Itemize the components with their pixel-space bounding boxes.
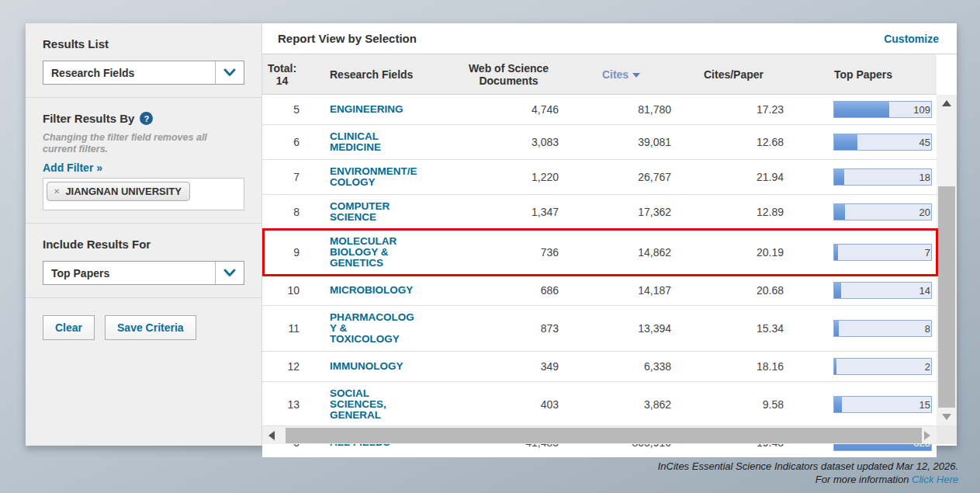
cites-value: 13,394 [638, 323, 671, 334]
wos-documents-value: 403 [541, 399, 559, 410]
table-row: 8 COMPUTER SCIENCE 1,347 17,362 12.89 20 [262, 194, 937, 229]
research-field-link[interactable]: CLINICAL MEDICINE [330, 131, 381, 153]
rank-value: 5 [293, 104, 300, 115]
wos-documents-value: 4,746 [532, 104, 559, 115]
top-papers-value: 15 [919, 397, 930, 412]
table-row: 6 CLINICAL MEDICINE 3,083 39,081 12.68 4… [262, 124, 937, 159]
top-papers-value: 7 [925, 245, 930, 260]
wos-documents-value: 3,083 [532, 137, 559, 148]
rank-value: 13 [287, 399, 300, 410]
top-papers-bar-fill [834, 321, 839, 336]
top-papers-bar: 45 [833, 134, 932, 151]
research-field-link[interactable]: IMMUNOLOGY [330, 361, 403, 372]
cites-value: 14,187 [638, 285, 671, 296]
top-papers-bar-fill [834, 204, 845, 220]
cites-per-paper-value: 12.68 [757, 137, 784, 148]
top-papers-bar: 20 [833, 203, 932, 220]
top-papers-bar: 18 [833, 168, 932, 186]
dataset-updated-text: InCites Essential Science Indicators dat… [658, 460, 958, 473]
table-row: 10 MICROBIOLOGY 686 14,187 20.68 14 [262, 275, 937, 305]
top-papers-bar: 2 [833, 358, 932, 375]
top-papers-bar: 109 [833, 101, 932, 118]
wos-documents-value: 873 [541, 323, 559, 334]
top-papers-bar-fill [834, 134, 857, 150]
scroll-up-icon[interactable] [937, 96, 957, 110]
horizontal-scrollbar-thumb[interactable] [286, 428, 922, 443]
sort-desc-icon [632, 73, 640, 78]
cites-per-paper-value: 12.89 [757, 207, 784, 217]
report-titlebar: Report View by Selection Customize [262, 23, 957, 54]
include-results-selected: Top Papers [43, 262, 215, 284]
top-papers-value: 8 [925, 321, 930, 336]
results-list-heading: Results List [43, 37, 244, 50]
chevron-down-icon [215, 262, 244, 284]
scroll-left-icon[interactable] [264, 426, 279, 445]
main-panel: Results List Research Fields Filter Resu… [26, 23, 957, 446]
top-papers-bar-fill [834, 169, 844, 185]
table-row: 9 MOLECULAR BIOLOGY & GENETICS 736 14,86… [262, 229, 937, 275]
filter-tag: ✕ JIANGNAN UNIVERSITY [47, 182, 190, 201]
total-count-header: Total:14 [262, 62, 309, 87]
report-view: Report View by Selection Customize Total… [262, 23, 957, 446]
research-field-link[interactable]: MOLECULAR BIOLOGY & GENETICS [330, 236, 397, 269]
include-results-heading: Include Results For [43, 238, 244, 251]
cites-value: 81,780 [638, 104, 671, 115]
rank-value: 11 [288, 323, 300, 334]
research-field-link[interactable]: MICROBIOLOGY [330, 285, 413, 296]
clear-button[interactable]: Clear [43, 315, 95, 340]
add-filter-link[interactable]: Add Filter » [43, 161, 102, 174]
scroll-down-icon[interactable] [937, 410, 957, 424]
table-row: 5 ENGINEERING 4,746 81,780 17.23 109 [262, 95, 937, 124]
research-field-link[interactable]: SOCIAL SCIENCES, GENERAL [330, 388, 386, 421]
column-header-cites[interactable]: Cites [565, 68, 677, 81]
include-results-dropdown[interactable]: Top Papers [43, 261, 244, 285]
results-list-dropdown[interactable]: Research Fields [43, 61, 244, 85]
cites-value: 17,362 [638, 207, 671, 217]
cites-per-paper-value: 9.58 [763, 399, 784, 410]
top-papers-bar-fill [834, 283, 841, 298]
research-field-link[interactable]: ENVIRONMENT/E COLOGY [330, 166, 417, 188]
rank-value: 7 [293, 172, 300, 182]
help-icon[interactable]: ? [140, 112, 153, 125]
cites-value: 6,338 [644, 361, 671, 372]
top-papers-bar: 8 [833, 320, 932, 337]
column-header-research-fields: Research Fields [309, 68, 452, 81]
wos-documents-value: 1,347 [532, 207, 559, 217]
research-field-link[interactable]: ENGINEERING [330, 104, 403, 115]
include-results-section: Include Results For Top Papers [26, 224, 261, 298]
top-papers-bar: 7 [833, 244, 932, 261]
column-header-wos-documents: Web of Science Documents [452, 62, 565, 87]
horizontal-scrollbar[interactable] [262, 425, 937, 444]
table-header-row: Total:14 Research Fields Web of Science … [262, 54, 937, 95]
scroll-right-icon[interactable] [919, 426, 935, 445]
table-row: 11 PHARMACOLOG Y & TOXICOLOGY 873 13,394… [262, 305, 937, 351]
remove-filter-icon[interactable]: ✕ [54, 187, 60, 196]
vertical-scrollbar[interactable] [937, 95, 957, 425]
table-row: 7 ENVIRONMENT/E COLOGY 1,220 26,767 21.9… [262, 159, 937, 194]
wos-documents-value: 1,220 [532, 172, 559, 182]
rank-value: 9 [293, 247, 300, 258]
click-here-link[interactable]: Click Here [912, 474, 958, 485]
top-papers-value: 18 [919, 169, 930, 185]
customize-link[interactable]: Customize [884, 33, 939, 45]
top-papers-bar-fill [834, 245, 838, 260]
cites-value: 14,862 [638, 247, 671, 258]
chevron-down-icon [215, 61, 244, 84]
cites-per-paper-value: 15.34 [757, 323, 784, 334]
top-papers-bar-fill [834, 102, 889, 117]
column-header-top-papers: Top Papers [790, 68, 937, 81]
vertical-scrollbar-thumb[interactable] [938, 186, 955, 408]
table-row: 12 IMMUNOLOGY 349 6,338 18.16 2 [262, 351, 937, 381]
filter-note: Changing the filter field removes all cu… [43, 132, 237, 155]
research-field-link[interactable]: PHARMACOLOG Y & TOXICOLOGY [330, 312, 414, 345]
more-info-text: For more information [816, 474, 912, 485]
top-papers-value: 2 [925, 359, 930, 374]
research-field-link[interactable]: COMPUTER SCIENCE [330, 201, 390, 223]
sidebar-actions: Clear Save Criteria [26, 298, 261, 357]
table-row: 13 SOCIAL SCIENCES, GENERAL 403 3,862 9.… [262, 381, 937, 427]
rank-value: 8 [293, 207, 300, 217]
top-papers-bar-fill [834, 397, 842, 412]
scrollbar-corner [937, 425, 957, 444]
save-criteria-button[interactable]: Save Criteria [105, 315, 196, 340]
cites-per-paper-value: 20.19 [757, 247, 784, 258]
